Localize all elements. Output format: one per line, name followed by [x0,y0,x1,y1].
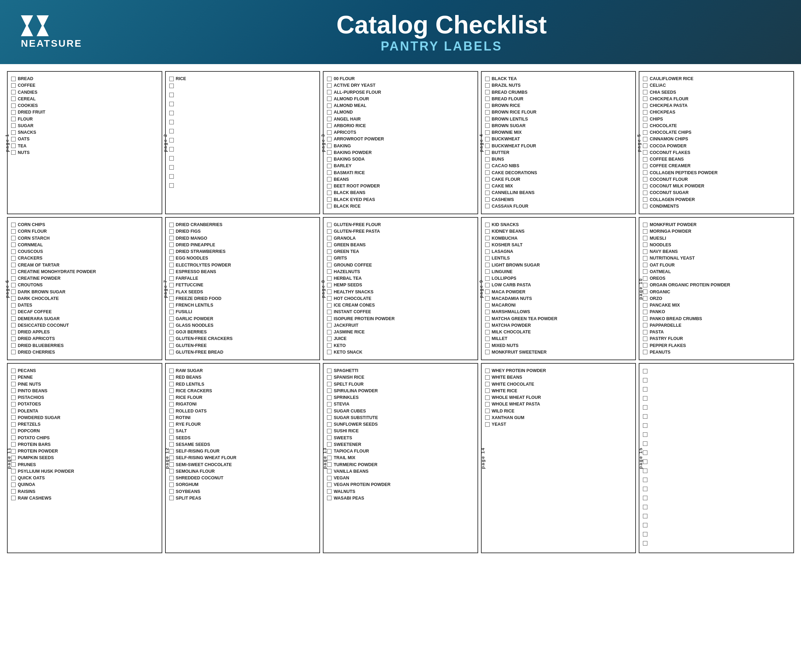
checkbox[interactable] [11,422,16,427]
checkbox[interactable] [485,97,490,101]
checkbox[interactable] [11,375,16,380]
checkbox[interactable] [643,303,647,308]
checkbox[interactable] [11,409,16,413]
checkbox[interactable] [169,256,174,261]
checkbox[interactable] [643,478,647,482]
checkbox[interactable] [327,137,331,142]
checkbox[interactable] [11,250,16,254]
checkbox[interactable] [169,120,174,124]
checkbox[interactable] [643,256,647,261]
checkbox[interactable] [485,422,490,427]
checkbox[interactable] [643,130,647,135]
checkbox[interactable] [11,143,16,148]
checkbox[interactable] [169,93,174,97]
checkbox[interactable] [485,197,490,202]
checkbox[interactable] [11,316,16,321]
checkbox[interactable] [327,435,331,440]
checkbox[interactable] [169,402,174,406]
checkbox[interactable] [643,514,647,518]
checkbox[interactable] [485,123,490,128]
checkbox[interactable] [485,83,490,88]
checkbox[interactable] [169,350,174,354]
checkbox[interactable] [169,310,174,314]
checkbox[interactable] [169,183,174,188]
checkbox[interactable] [327,350,331,354]
checkbox[interactable] [485,382,490,386]
checkbox[interactable] [327,150,331,155]
checkbox[interactable] [327,229,331,234]
checkbox[interactable] [643,405,647,410]
checkbox[interactable] [643,290,647,294]
checkbox[interactable] [643,110,647,114]
checkbox[interactable] [169,388,174,393]
checkbox[interactable] [11,269,16,274]
checkbox[interactable] [169,138,174,142]
checkbox[interactable] [643,117,647,121]
checkbox[interactable] [169,456,174,460]
checkbox[interactable] [485,303,490,308]
checkbox[interactable] [11,388,16,393]
checkbox[interactable] [11,469,16,474]
checkbox[interactable] [643,250,647,254]
checkbox[interactable] [643,459,647,464]
checkbox[interactable] [485,130,490,135]
checkbox[interactable] [327,489,331,494]
checkbox[interactable] [11,476,16,480]
checkbox[interactable] [327,415,331,420]
checkbox[interactable] [11,435,16,440]
checkbox[interactable] [485,229,490,234]
checkbox[interactable] [11,489,16,494]
checkbox[interactable] [169,375,174,380]
checkbox[interactable] [169,276,174,281]
checkbox[interactable] [11,442,16,446]
checkbox[interactable] [643,157,647,162]
checkbox[interactable] [643,350,647,354]
checkbox[interactable] [11,496,16,500]
checkbox[interactable] [169,435,174,440]
checkbox[interactable] [169,283,174,287]
checkbox[interactable] [643,541,647,546]
checkbox[interactable] [327,157,331,162]
checkbox[interactable] [327,110,331,114]
checkbox[interactable] [11,296,16,301]
checkbox[interactable] [11,110,16,114]
checkbox[interactable] [485,204,490,208]
checkbox[interactable] [327,170,331,175]
checkbox[interactable] [643,123,647,128]
checkbox[interactable] [485,177,490,182]
checkbox[interactable] [11,449,16,454]
checkbox[interactable] [11,276,16,281]
checkbox[interactable] [485,388,490,393]
checkbox[interactable] [485,110,490,114]
checkbox[interactable] [643,177,647,182]
checkbox[interactable] [643,378,647,382]
checkbox[interactable] [169,147,174,151]
checkbox[interactable] [327,310,331,314]
checkbox[interactable] [169,409,174,413]
checkbox[interactable] [643,343,647,348]
checkbox[interactable] [169,415,174,420]
checkbox[interactable] [643,90,647,94]
checkbox[interactable] [169,429,174,433]
checkbox[interactable] [485,395,490,400]
checkbox[interactable] [643,296,647,301]
checkbox[interactable] [169,462,174,467]
checkbox[interactable] [485,190,490,195]
checkbox[interactable] [11,462,16,467]
checkbox[interactable] [643,330,647,334]
checkbox[interactable] [327,422,331,427]
checkbox[interactable] [327,123,331,128]
checkbox[interactable] [169,77,174,81]
checkbox[interactable] [327,103,331,108]
checkbox[interactable] [485,77,490,81]
checkbox[interactable] [327,337,331,341]
checkbox[interactable] [327,117,331,121]
checkbox[interactable] [643,137,647,142]
checkbox[interactable] [643,523,647,527]
checkbox[interactable] [485,256,490,261]
checkbox[interactable] [11,395,16,400]
checkbox[interactable] [327,330,331,334]
checkbox[interactable] [169,382,174,386]
checkbox[interactable] [327,143,331,148]
checkbox[interactable] [643,143,647,148]
